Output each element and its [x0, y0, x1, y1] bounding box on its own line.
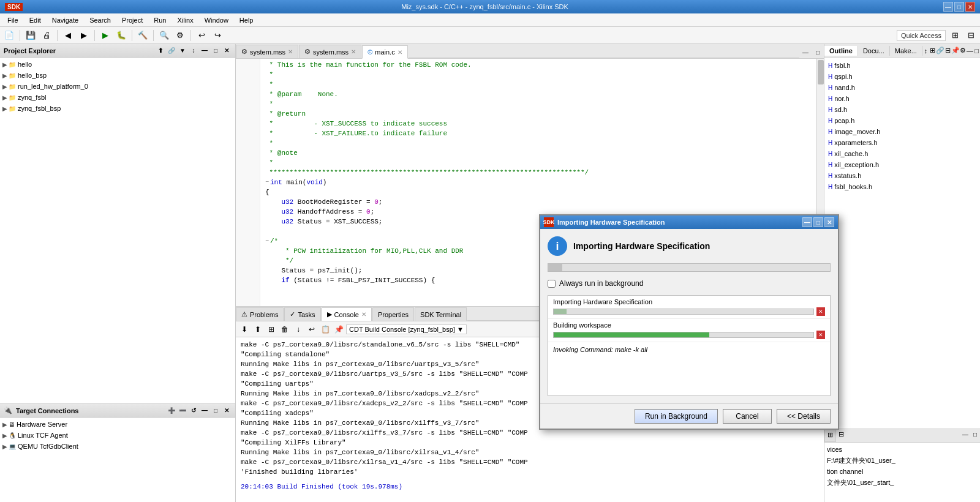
tab-system-mss-2-close[interactable]: ✕: [351, 48, 356, 55]
rb-item-2[interactable]: F:\#建文件夹\01_user_: [827, 455, 978, 466]
tab-properties[interactable]: Properties: [372, 307, 414, 321]
menu-edit[interactable]: Edit: [24, 15, 46, 25]
search-button[interactable]: 🔍: [157, 29, 171, 42]
tab-system-mss-1[interactable]: ⚙ system.mss ✕: [236, 45, 298, 58]
undo-button[interactable]: ↩: [195, 29, 208, 42]
outline-xstatus-h[interactable]: H xstatus.h: [826, 170, 979, 181]
perspective-button[interactable]: ⊞: [948, 29, 962, 42]
console-down-button[interactable]: ⬇: [238, 323, 251, 335]
debug-button[interactable]: 🐛: [115, 29, 128, 42]
minimize-button[interactable]: —: [943, 2, 953, 12]
outline-sort-button[interactable]: ↕: [922, 46, 929, 56]
redo-button[interactable]: ↪: [211, 29, 224, 42]
subtask-building-cancel[interactable]: ✕: [816, 331, 825, 339]
maximize-button[interactable]: □: [954, 2, 964, 12]
tc-hardware-server[interactable]: ▶ 🖥 Hardware Server: [0, 419, 235, 430]
tc-maximize-button[interactable]: □: [211, 406, 221, 416]
outline-nor-h[interactable]: H nor.h: [826, 93, 979, 104]
console-scroll-button[interactable]: ↓: [292, 323, 304, 335]
outline-max-button[interactable]: □: [973, 46, 980, 56]
tab-outline[interactable]: Outline: [824, 46, 858, 56]
console-pin-button[interactable]: 📌: [333, 323, 345, 335]
console-word-wrap-button[interactable]: ↩: [306, 323, 318, 335]
tab-sdk-terminal[interactable]: SDK Terminal: [415, 307, 467, 321]
menu-run[interactable]: Run: [149, 15, 171, 25]
minimize-panel-button[interactable]: ⊟: [964, 29, 978, 42]
always-run-bg-checkbox[interactable]: [548, 280, 556, 288]
tab-make[interactable]: Make...: [890, 46, 922, 56]
outline-qspi-h[interactable]: H qspi.h: [826, 71, 979, 82]
dialog-maximize-button[interactable]: □: [813, 217, 823, 227]
outline-xparameters-h[interactable]: H xparameters.h: [826, 137, 979, 148]
tc-qemu[interactable]: ▶ 💻 QEMU TcfGdbClient: [0, 441, 235, 452]
menu-navigate[interactable]: Navigate: [47, 15, 83, 25]
outline-xil-exception-h[interactable]: H xil_exception.h: [826, 159, 979, 170]
outline-min-button[interactable]: —: [967, 46, 973, 56]
outline-sd-h[interactable]: H sd.h: [826, 104, 979, 115]
expand-linux-tcf[interactable]: ▶: [2, 432, 7, 439]
dialog-minimize-button[interactable]: —: [802, 217, 812, 227]
expand-zynq-fsbl-bsp[interactable]: ▶: [2, 105, 7, 112]
save-button[interactable]: 💾: [24, 29, 37, 42]
tree-item-zynq-fsbl[interactable]: ▶ 📁 zynq_fsbl: [0, 92, 235, 103]
menu-xilinx[interactable]: Xilinx: [172, 15, 198, 25]
outline-settings-button[interactable]: ⚙: [960, 46, 967, 56]
tab-main-c[interactable]: © main.c ✕: [362, 45, 408, 59]
expand-hello-bsp[interactable]: ▶: [2, 72, 7, 79]
tab-system-mss-1-close[interactable]: ✕: [288, 48, 293, 55]
scrollbar-thumb[interactable]: [818, 60, 824, 84]
outline-collapse-button[interactable]: ⊟: [944, 46, 951, 56]
menu-search[interactable]: Search: [85, 15, 116, 25]
outline-pcap-h[interactable]: H pcap.h: [826, 115, 979, 126]
menu-window[interactable]: Window: [200, 15, 233, 25]
panel-close-button[interactable]: ✕: [222, 46, 232, 56]
panel-maximize-button[interactable]: □: [211, 46, 221, 56]
back-button[interactable]: ◀: [61, 29, 75, 42]
subtask-importing-cancel[interactable]: ✕: [816, 307, 825, 316]
tree-item-zynq-fsbl-bsp[interactable]: ▶ 📁 zynq_fsbl_bsp: [0, 103, 235, 114]
outline-link-button[interactable]: 🔗: [936, 46, 944, 56]
console-show-all-button[interactable]: ⊞: [265, 323, 277, 335]
quick-access-button[interactable]: Quick Access: [897, 30, 946, 41]
outline-nand-h[interactable]: H nand.h: [826, 82, 979, 93]
tc-add-button[interactable]: ➕: [167, 406, 176, 416]
tc-close-button[interactable]: ✕: [222, 406, 232, 416]
new-button[interactable]: 📄: [2, 29, 16, 42]
tab-main-c-close[interactable]: ✕: [398, 49, 402, 56]
outline-fsbl-hooks-h[interactable]: H fsbl_hooks.h: [826, 181, 979, 192]
editor-minimize-button[interactable]: —: [801, 47, 810, 57]
sync-button[interactable]: ↕: [189, 46, 198, 56]
outline-fsbl-h[interactable]: H fsbl.h: [826, 60, 979, 71]
console-copy-button[interactable]: 📋: [319, 323, 331, 335]
forward-button[interactable]: ▶: [77, 29, 91, 42]
cancel-button[interactable]: Cancel: [723, 409, 772, 424]
close-button[interactable]: ✕: [965, 2, 975, 12]
tab-console-close[interactable]: ✕: [361, 311, 366, 318]
expand-hello[interactable]: ▶: [2, 61, 7, 68]
dialog-close-button[interactable]: ✕: [824, 217, 834, 227]
rb-max-button[interactable]: □: [970, 429, 980, 439]
menu-file[interactable]: File: [2, 15, 23, 25]
outline-pin-button[interactable]: 📌: [951, 46, 960, 56]
outline-xil-cache-h[interactable]: H xil_cache.h: [826, 148, 979, 159]
console-clear-button[interactable]: 🗑: [279, 323, 291, 335]
tab-console[interactable]: ▶ Console ✕: [322, 307, 372, 321]
expand-zynq-fsbl[interactable]: ▶: [2, 94, 7, 101]
expand-run-led[interactable]: ▶: [2, 83, 7, 90]
rb-tab-1[interactable]: ⊞: [824, 429, 836, 442]
always-run-bg-label[interactable]: Always run in background: [559, 279, 643, 288]
panel-minimize-button[interactable]: —: [200, 46, 209, 56]
settings-button[interactable]: ⚙: [173, 29, 187, 42]
run-button[interactable]: ▶: [99, 29, 112, 42]
tc-linux-tcf[interactable]: ▶ 🐧 Linux TCF Agent: [0, 430, 235, 441]
rb-item-1[interactable]: vices: [827, 444, 978, 455]
collapse-comment[interactable]: −: [265, 236, 269, 246]
tree-item-run-led[interactable]: ▶ 📁 run_led_hw_platform_0: [0, 81, 235, 92]
collapse-all-button[interactable]: ⬆: [156, 46, 165, 56]
expand-qemu[interactable]: ▶: [2, 443, 7, 450]
console-dropdown[interactable]: CDT Build Console [zynq_fsbl_bsp] ▼: [346, 324, 467, 334]
tab-problems[interactable]: ⚠ Problems: [236, 307, 284, 321]
rb-item-4[interactable]: 文件夹\01_user_start_: [827, 477, 978, 488]
tree-item-hello-bsp[interactable]: ▶ 📁 hello_bsp: [0, 70, 235, 81]
console-up-button[interactable]: ⬆: [252, 323, 264, 335]
